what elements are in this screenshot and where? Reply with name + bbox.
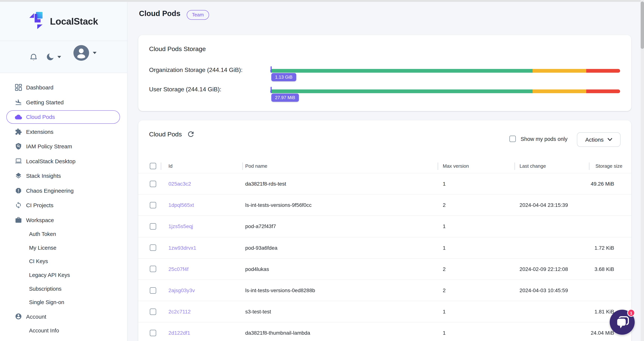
- pod-id-link[interactable]: 025ac3c2: [168, 181, 191, 187]
- column-separator: [514, 162, 515, 170]
- column-header-id[interactable]: Id: [168, 163, 245, 169]
- last-change-cell: 2024-04-04 23:15:39: [520, 202, 589, 208]
- sidebar-item-iam-policy-stream[interactable]: IAM Policy Stream: [0, 139, 127, 154]
- select-all-checkbox[interactable]: [150, 163, 156, 169]
- dashboard-icon: [15, 84, 22, 91]
- sidebar-item-stack-insights[interactable]: Stack Insights: [0, 168, 127, 183]
- max-version-cell: 1: [443, 224, 520, 230]
- sidebar-item-label: Single Sign-on: [29, 300, 64, 306]
- localstack-logo-text: LocalStack: [50, 16, 98, 27]
- sidebar-item-legacy-api-keys[interactable]: Legacy API Keys: [0, 268, 127, 282]
- sidebar-item-ci-projects[interactable]: CI Projects: [0, 198, 127, 212]
- table-row: 2c2c7112 s3-test-test 1 1.81 KiB: [138, 301, 631, 322]
- sidebar-item-single-sign-on[interactable]: Single Sign-on: [0, 296, 127, 309]
- refresh-icon[interactable]: [187, 130, 195, 138]
- person-circle-icon: [15, 313, 22, 320]
- sidebar-item-label: IAM Policy Stream: [26, 143, 72, 150]
- sidebar-item-workspace[interactable]: Workspace: [0, 212, 127, 227]
- row-checkbox[interactable]: [150, 308, 156, 315]
- sidebar-item-label: Cloud Pods: [26, 114, 55, 120]
- table-row: 025ac3c2 da3821f8-rds-test 1 49.26 MiB: [138, 173, 631, 194]
- sidebar: LocalStack: [0, 0, 128, 341]
- table-row: 25c07f4f pod4lukas 2 2024-02-09 22:12:08…: [138, 259, 631, 280]
- alert-octagon-icon: [15, 187, 22, 194]
- row-checkbox[interactable]: [150, 180, 156, 187]
- pod-id-link[interactable]: 1dpql565xt: [168, 202, 194, 208]
- max-version-cell: 1: [443, 181, 520, 187]
- sidebar-item-subscriptions[interactable]: Subscriptions: [0, 282, 127, 296]
- user-bar-yellow-segment: [533, 90, 586, 93]
- sidebar-item-cloud-pods[interactable]: Cloud Pods: [0, 110, 127, 124]
- row-checkbox[interactable]: [150, 244, 156, 251]
- theme-toggle[interactable]: [46, 52, 61, 61]
- storage-size-cell: 1.72 KiB: [589, 245, 614, 251]
- user-storage-bar: 27.97 MiB: [270, 90, 620, 93]
- pod-id-link[interactable]: 2d122df1: [168, 330, 190, 336]
- pod-id-link[interactable]: 1zw93drvx1: [168, 245, 196, 251]
- sidebar-item-ci-keys[interactable]: CI Keys: [0, 254, 127, 268]
- team-badge: Team: [187, 10, 209, 20]
- vertical-scrollbar-track[interactable]: [641, 0, 644, 341]
- show-my-pods-label: Show my pods only: [521, 136, 568, 142]
- chat-widget-button[interactable]: 1: [610, 310, 635, 335]
- sidebar-item-dashboard[interactable]: Dashboard: [0, 80, 127, 95]
- main-content: Cloud Pods Team Cloud Pods Storage Organ…: [128, 0, 644, 341]
- column-separator: [242, 162, 243, 170]
- app-window: LocalStack: [0, 0, 644, 341]
- chevron-down-icon: [93, 52, 96, 54]
- column-header-last-change[interactable]: Last change: [520, 163, 589, 169]
- pod-name-cell: ls-int-tests-versions-0ed8288b: [245, 287, 443, 293]
- column-header-max-version[interactable]: Max version: [443, 163, 520, 169]
- cloud-pods-table-card: Cloud Pods Show my pods only Actions: [138, 120, 631, 341]
- pod-name-cell: s3-test-test: [245, 308, 443, 314]
- notifications-bell-icon[interactable]: [29, 53, 38, 62]
- plane-landing-icon: [15, 99, 22, 106]
- sidebar-item-label: Subscriptions: [29, 286, 62, 292]
- user-menu[interactable]: [73, 45, 96, 61]
- last-change-cell: 2024-04-03 10:45:59: [520, 287, 589, 293]
- pod-id-link[interactable]: 25c07f4f: [168, 266, 188, 272]
- sidebar-item-account-info[interactable]: Account Info: [0, 324, 127, 338]
- laptop-icon: [15, 158, 22, 165]
- max-version-cell: 1: [443, 330, 520, 336]
- row-checkbox[interactable]: [150, 266, 156, 272]
- org-bar-yellow-segment: [533, 69, 586, 73]
- column-header-pod-name[interactable]: Pod name: [245, 163, 443, 169]
- sidebar-item-password-authentication[interactable]: Password and Authentication: [0, 338, 127, 341]
- sidebar-nav: Dashboard Getting Started: [0, 73, 127, 341]
- column-separator: [438, 162, 438, 170]
- table-header-row: Id Pod name Max version Last change Stor…: [138, 159, 631, 173]
- cloud-icon: [15, 114, 22, 120]
- column-separator: [161, 162, 161, 170]
- show-my-pods-filter[interactable]: Show my pods only: [510, 136, 568, 142]
- user-bar-green-segment: [270, 90, 533, 93]
- row-checkbox[interactable]: [150, 287, 156, 294]
- row-checkbox[interactable]: [150, 202, 156, 208]
- sidebar-item-extensions[interactable]: Extensions: [0, 124, 127, 139]
- pod-id-link[interactable]: 2c2c7112: [168, 308, 191, 314]
- pod-id-link[interactable]: 2ajsg03y3v: [168, 287, 195, 293]
- sidebar-item-my-license[interactable]: My License: [0, 241, 127, 254]
- sidebar-item-account[interactable]: Account: [0, 309, 127, 324]
- show-my-pods-checkbox[interactable]: [510, 136, 516, 142]
- pod-name-cell: pod-93a6fdea: [245, 245, 443, 251]
- table-row: 1dpql565xt ls-int-tests-versions-9f56f0c…: [138, 194, 631, 216]
- sidebar-item-auth-token[interactable]: Auth Token: [0, 227, 127, 241]
- cloud-pods-storage-card: Cloud Pods Storage Organization Storage …: [138, 35, 631, 111]
- sidebar-item-chaos-engineering[interactable]: Chaos Engineering: [0, 183, 127, 198]
- sidebar-item-getting-started[interactable]: Getting Started: [0, 95, 127, 110]
- sidebar-item-label: CI Projects: [26, 202, 54, 208]
- column-header-storage-size[interactable]: Storage size: [589, 163, 622, 169]
- chevron-down-icon: [58, 56, 61, 58]
- sidebar-item-localstack-desktop[interactable]: LocalStack Desktop: [0, 154, 127, 168]
- chevron-down-icon: [607, 138, 612, 141]
- chat-unread-badge: 1: [627, 309, 635, 317]
- vertical-scrollbar-thumb[interactable]: [641, 2, 644, 49]
- pod-id-link[interactable]: 1jzs5s5eqj: [168, 224, 193, 230]
- actions-button[interactable]: Actions: [577, 132, 620, 147]
- row-checkbox[interactable]: [150, 330, 156, 336]
- row-checkbox[interactable]: [150, 223, 156, 230]
- user-storage-label: User Storage (244.14 GiB):: [149, 86, 222, 93]
- top-edge-strip: [0, 0, 644, 2]
- moon-icon: [46, 52, 55, 61]
